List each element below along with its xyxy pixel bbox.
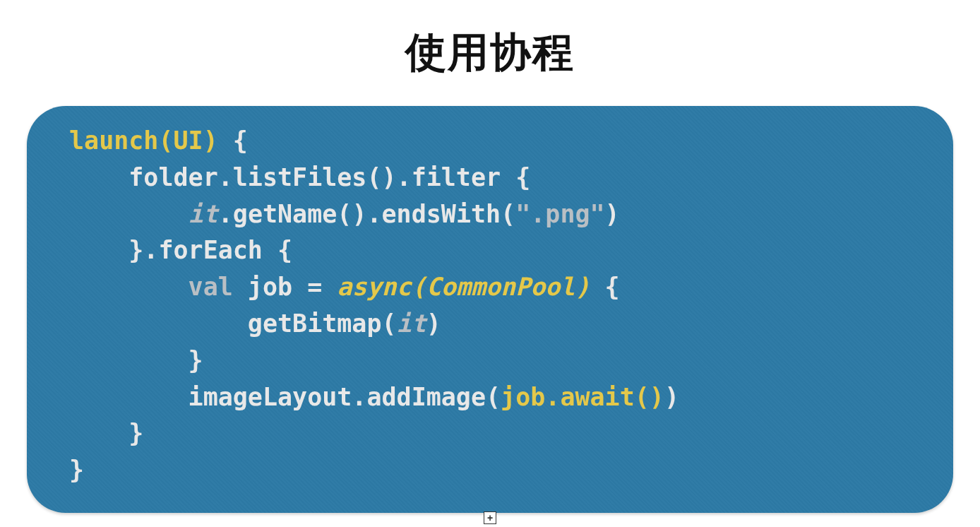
code-token: launch(UI): [69, 126, 218, 155]
code-token: [69, 200, 189, 228]
code-token: }: [69, 419, 143, 447]
code-token: [69, 273, 189, 301]
code-token: ): [605, 200, 620, 228]
code-token: job.await(): [501, 383, 664, 411]
code-content: launch(UI) { folder.listFiles().filter {…: [69, 123, 911, 489]
code-token: imageLayout.addImage(: [69, 383, 501, 411]
code-token: ".png": [515, 200, 604, 228]
code-token: async(CommonPool): [337, 273, 590, 301]
code-token: val: [189, 273, 233, 301]
code-token: {: [590, 273, 620, 301]
code-block: launch(UI) { folder.listFiles().filter {…: [27, 106, 953, 513]
slide-title: 使用协程: [0, 0, 980, 81]
slide: 使用协程 launch(UI) { folder.listFiles().fil…: [0, 0, 980, 527]
code-token: .getName().endsWith(: [218, 200, 515, 228]
code-token: folder.listFiles().filter {: [69, 163, 530, 191]
code-token: job =: [233, 273, 337, 301]
code-token: }: [69, 456, 84, 484]
code-token: it: [397, 309, 426, 338]
code-token: getBitmap(: [69, 309, 397, 338]
expand-icon[interactable]: [484, 511, 496, 524]
code-token: }.forEach {: [69, 236, 292, 264]
code-token: {: [218, 126, 248, 155]
code-token: }: [69, 346, 203, 374]
code-token: ): [664, 383, 679, 411]
code-token: it: [189, 200, 218, 228]
code-token: ): [426, 309, 441, 338]
